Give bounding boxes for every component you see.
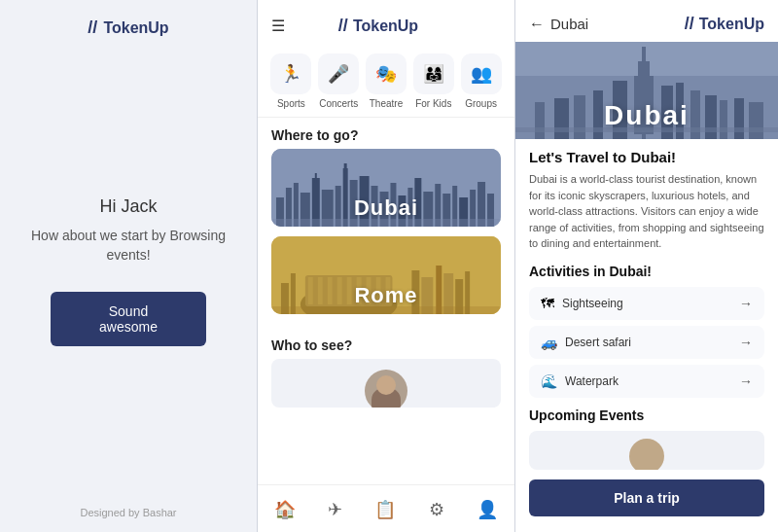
panel2-header: ☰ // TokenUp xyxy=(258,0,514,46)
who-to-see-section: Who to see? xyxy=(258,324,514,408)
where-to-go-title: Where to go? xyxy=(258,118,514,149)
upcoming-events-title: Upcoming Events xyxy=(529,408,764,423)
logo-icon-p2: // xyxy=(338,16,348,36)
nav-flights-icon[interactable]: ✈ xyxy=(320,495,350,524)
cat-concerts[interactable]: 🎤 Concerts xyxy=(318,53,359,109)
desert-safari-arrow-icon: → xyxy=(739,335,753,350)
who-to-see-title: Who to see? xyxy=(258,328,514,359)
rome-card[interactable]: Rome xyxy=(271,236,501,314)
dubai-card[interactable]: Dubai xyxy=(271,149,501,227)
panel-browse: ☰ // TokenUp 🏃 Sports 🎤 Concerts 🎭 Theat… xyxy=(258,0,515,532)
svg-rect-6 xyxy=(315,173,317,183)
who-strip xyxy=(271,359,501,408)
cat-sports[interactable]: 🏃 Sports xyxy=(270,53,311,109)
bottom-nav: 🏠 ✈ 📋 ⚙ 👤 xyxy=(258,484,514,532)
logo-text-p2: TokenUp xyxy=(353,18,418,35)
rome-card-bg: Rome xyxy=(271,236,501,314)
artist-avatar xyxy=(365,370,407,408)
dubai-city-name: Dubai xyxy=(271,195,501,221)
dubai-hero-image: Dubai xyxy=(515,42,778,139)
cat-theatre-label: Theatre xyxy=(370,98,403,109)
cat-concerts-label: Concerts xyxy=(319,98,358,109)
dubai-card-bg: Dubai xyxy=(271,149,501,227)
back-button[interactable]: ← Dubai xyxy=(529,16,588,33)
cat-theatre[interactable]: 🎭 Theatre xyxy=(366,53,407,109)
sub-greeting-text: How about we start by Browsing events! xyxy=(19,227,237,265)
logo-icon: // xyxy=(88,18,97,38)
sightseeing-icon: 🗺 xyxy=(541,296,554,311)
panel2-logo: // TokenUp xyxy=(338,16,418,36)
plan-trip-button[interactable]: Plan a trip xyxy=(529,479,764,516)
cat-sports-label: Sports xyxy=(277,98,305,109)
nav-settings-icon[interactable]: ⚙ xyxy=(421,495,452,524)
forkids-icon: 👨‍👩‍👧 xyxy=(413,53,454,94)
panel3-header: ← Dubai // TokenUp xyxy=(515,0,778,42)
rome-city-name: Rome xyxy=(271,283,501,308)
category-bar: 🏃 Sports 🎤 Concerts 🎭 Theatre 👨‍👩‍👧 For … xyxy=(258,46,514,118)
waterpark-icon: 🌊 xyxy=(541,373,557,389)
panel1-header: // TokenUp xyxy=(0,0,257,50)
logo-text-p3: TokenUp xyxy=(699,16,764,33)
event-avatar xyxy=(629,439,664,470)
cat-groups[interactable]: 👥 Groups xyxy=(461,53,502,109)
activity-waterpark-left: 🌊 Waterpark xyxy=(541,373,619,389)
activity-sightseeing[interactable]: 🗺 Sightseeing → xyxy=(529,287,764,320)
svg-rect-10 xyxy=(344,163,347,173)
activity-waterpark[interactable]: 🌊 Waterpark → xyxy=(529,365,764,398)
activity-desert-safari[interactable]: 🚙 Desert safari → xyxy=(529,326,764,359)
panel-detail: ← Dubai // TokenUp xyxy=(515,0,778,532)
waterpark-arrow-icon: → xyxy=(739,373,753,389)
welcome-content: Hi Jack How about we start by Browsing e… xyxy=(0,50,257,493)
travel-description: Dubai is a world-class tourist destinati… xyxy=(529,171,764,252)
cat-forkids-label: For Kids xyxy=(415,98,451,109)
back-city-label: Dubai xyxy=(550,16,588,32)
travel-title: Let's Travel to Dubai! xyxy=(529,149,764,165)
footer-credit: Designed by Bashar xyxy=(66,493,190,532)
desert-safari-icon: 🚙 xyxy=(541,335,557,350)
nav-home-icon[interactable]: 🏠 xyxy=(266,495,303,524)
cat-groups-label: Groups xyxy=(465,98,497,109)
cat-forkids[interactable]: 👨‍👩‍👧 For Kids xyxy=(413,53,454,109)
sound-awesome-button[interactable]: Sound awesome xyxy=(51,292,206,346)
theatre-icon: 🎭 xyxy=(366,53,407,94)
sightseeing-arrow-icon: → xyxy=(739,296,753,311)
browse-body: Where to go? xyxy=(258,118,514,484)
back-arrow-icon: ← xyxy=(529,16,545,33)
logo-icon-p3: // xyxy=(685,14,694,34)
dubai-hero-city-name: Dubai xyxy=(515,100,778,131)
sightseeing-label: Sightseeing xyxy=(562,297,623,310)
panel3-logo: // TokenUp xyxy=(685,14,764,34)
activities-title: Activities in Dubai! xyxy=(529,264,764,279)
logo-text: TokenUp xyxy=(103,19,168,37)
activity-sightseeing-left: 🗺 Sightseeing xyxy=(541,296,623,311)
upcoming-events-strip xyxy=(529,431,764,470)
avatar-head xyxy=(376,375,396,395)
hamburger-menu[interactable]: ☰ xyxy=(271,17,285,35)
nav-events-icon[interactable]: 📋 xyxy=(367,495,404,524)
concerts-icon: 🎤 xyxy=(318,53,359,94)
nav-profile-icon[interactable]: 👤 xyxy=(469,495,506,524)
activity-desert-left: 🚙 Desert safari xyxy=(541,335,631,350)
detail-body: Let's Travel to Dubai! Dubai is a world-… xyxy=(515,139,778,532)
desert-safari-label: Desert safari xyxy=(565,336,631,349)
sports-icon: 🏃 xyxy=(270,53,311,94)
waterpark-label: Waterpark xyxy=(565,374,619,388)
groups-icon: 👥 xyxy=(461,53,502,94)
greeting-text: Hi Jack xyxy=(99,196,157,217)
panel-welcome: // TokenUp Hi Jack How about we start by… xyxy=(0,0,258,532)
